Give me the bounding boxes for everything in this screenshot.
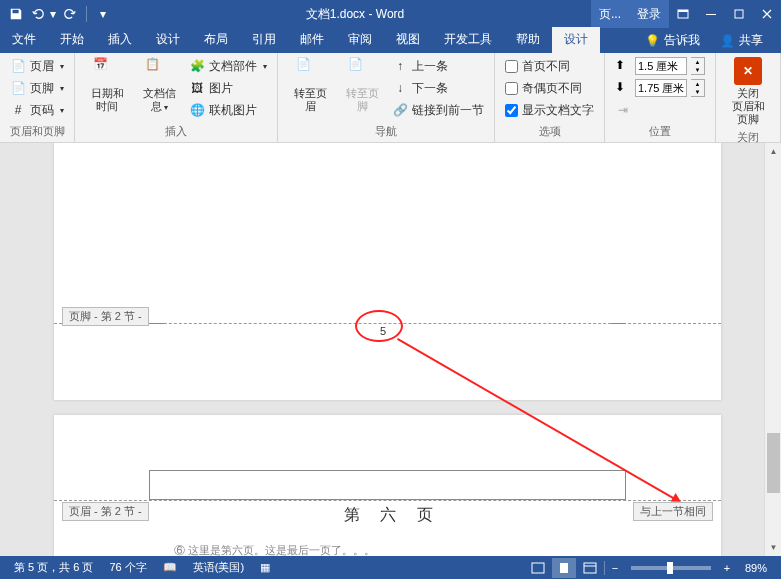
group-insert: 📅日期和时间 📋文档信息▾ 🧩文档部件▾ 🖼图片 🌐联机图片 插入	[75, 53, 278, 142]
view-web[interactable]	[578, 558, 602, 578]
spin-up[interactable]: ▲	[691, 80, 704, 88]
group-label: 导航	[284, 123, 488, 140]
lightbulb-icon: 💡	[645, 34, 660, 48]
qat-customize[interactable]: ▾	[93, 4, 113, 24]
tab-hf-design[interactable]: 设计	[552, 27, 600, 53]
zoom-handle[interactable]	[667, 562, 673, 574]
tab-review[interactable]: 审阅	[336, 27, 384, 53]
app-name: Word	[376, 7, 404, 21]
info-icon: 📋	[145, 57, 173, 85]
doc-info-button[interactable]: 📋文档信息▾	[133, 55, 185, 115]
ribbon-display-options[interactable]	[669, 0, 697, 28]
tab-design[interactable]: 设计	[144, 27, 192, 53]
next-button[interactable]: ↓下一条	[388, 77, 488, 99]
tab-home[interactable]: 开始	[48, 27, 96, 53]
status-macro[interactable]: ▦	[252, 561, 278, 574]
header-button[interactable]: 📄页眉▾	[6, 55, 68, 77]
diff-first-check[interactable]: 首页不同	[501, 55, 598, 77]
maximize-button[interactable]	[725, 0, 753, 28]
zoom-percent[interactable]: 89%	[737, 562, 775, 574]
online-pictures-button[interactable]: 🌐联机图片	[185, 99, 271, 121]
prev-icon: ↑	[392, 58, 408, 74]
quick-parts-button[interactable]: 🧩文档部件▾	[185, 55, 271, 77]
tab-developer[interactable]: 开发工具	[432, 27, 504, 53]
scroll-up[interactable]: ▲	[765, 143, 781, 160]
group-label: 选项	[501, 123, 598, 140]
footer-icon: 📄	[10, 80, 26, 96]
page-body-text: ⑥ 这里是第六页。这是最后一页了。。。	[174, 543, 375, 556]
footer-button[interactable]: 📄页脚▾	[6, 77, 68, 99]
ribbon-tab-indicator[interactable]: 页...	[591, 0, 629, 28]
status-lang[interactable]: 英语(美国)	[185, 560, 252, 575]
page-6: 页眉 - 第 2 节 - 与上一节相同 第 六 页 ⑥ 这里是第六页。这是最后一…	[54, 415, 721, 556]
svg-rect-6	[584, 563, 596, 573]
share-button[interactable]: 👤 共享	[712, 28, 771, 53]
spin-down[interactable]: ▼	[691, 88, 704, 96]
spin-down[interactable]: ▼	[691, 66, 704, 74]
close-button[interactable]	[753, 0, 781, 28]
page-title-text: 第 六 页	[344, 505, 441, 526]
document-area[interactable]: 页脚 - 第 2 节 - 5 页眉 - 第 2 节 - 与上一节相同 第 六 页…	[0, 143, 781, 556]
zoom-out[interactable]: −	[607, 562, 623, 574]
login-button[interactable]: 登录	[629, 0, 669, 28]
tab-help[interactable]: 帮助	[504, 27, 552, 53]
scroll-down[interactable]: ▼	[765, 539, 781, 556]
ribbon: 📄页眉▾ 📄页脚▾ #页码▾ 页眉和页脚 📅日期和时间 📋文档信息▾ 🧩文档部件…	[0, 53, 781, 143]
close-icon	[761, 8, 773, 20]
zoom-in[interactable]: +	[719, 562, 735, 574]
tab-file[interactable]: 文件	[0, 27, 48, 53]
ribbon-tabs: 文件 开始 插入 设计 布局 引用 邮件 审阅 视图 开发工具 帮助 设计 💡 …	[0, 28, 781, 53]
status-proofing[interactable]: 📖	[155, 561, 185, 574]
status-words[interactable]: 76 个字	[101, 560, 154, 575]
online-picture-icon: 🌐	[189, 102, 205, 118]
svg-rect-5	[560, 563, 568, 573]
redo-button[interactable]	[60, 4, 80, 24]
minimize-icon	[705, 8, 717, 20]
tab-mailings[interactable]: 邮件	[288, 27, 336, 53]
redo-icon	[63, 7, 77, 21]
svg-rect-3	[735, 10, 743, 18]
doc-name: 文档1.docx	[306, 7, 365, 21]
svg-rect-4	[532, 563, 544, 573]
footer-bottom-spinner[interactable]: ⬇▲▼	[611, 77, 709, 99]
header-top-spinner[interactable]: ⬆▲▼	[611, 55, 709, 77]
page-number-button[interactable]: #页码▾	[6, 99, 68, 121]
tell-me[interactable]: 💡 告诉我	[637, 28, 708, 53]
undo-dropdown[interactable]: ▾	[50, 7, 58, 21]
page-number-field[interactable]: 5	[380, 325, 386, 337]
tab-insert[interactable]: 插入	[96, 27, 144, 53]
scroll-thumb[interactable]	[767, 433, 780, 493]
group-options: 首页不同 奇偶页不同 显示文档文字 选项	[495, 53, 605, 142]
tab-layout[interactable]: 布局	[192, 27, 240, 53]
tab-view[interactable]: 视图	[384, 27, 432, 53]
window-title: 文档1.docx - Word	[119, 6, 591, 23]
spin-up[interactable]: ▲	[691, 58, 704, 66]
header-top-input[interactable]	[635, 57, 687, 75]
tab-references[interactable]: 引用	[240, 27, 288, 53]
close-hf-button[interactable]: ✕ 关闭页眉和页脚	[722, 55, 774, 129]
vertical-scrollbar[interactable]: ▲ ▼	[764, 143, 781, 556]
view-read[interactable]	[526, 558, 550, 578]
show-doc-text-check[interactable]: 显示文档文字	[501, 99, 598, 121]
previous-button[interactable]: ↑上一条	[388, 55, 488, 77]
minimize-button[interactable]	[697, 0, 725, 28]
zoom-slider[interactable]	[631, 566, 711, 570]
title-right: 页... 登录	[591, 0, 781, 28]
title-bar: ▾ ▾ 文档1.docx - Word 页... 登录	[0, 0, 781, 28]
group-label: 位置	[611, 123, 709, 140]
date-time-button[interactable]: 📅日期和时间	[81, 55, 133, 115]
save-button[interactable]	[6, 4, 26, 24]
status-page[interactable]: 第 5 页，共 6 页	[6, 560, 101, 575]
header-section-tag: 页眉 - 第 2 节 -	[62, 502, 149, 521]
footer-bottom-input[interactable]	[635, 79, 687, 97]
svg-rect-1	[678, 10, 688, 12]
goto-header-button[interactable]: 📄转至页眉	[284, 55, 336, 115]
view-print[interactable]	[552, 558, 576, 578]
page-5: 页脚 - 第 2 节 - 5	[54, 143, 721, 400]
link-previous-button[interactable]: 🔗链接到前一节	[388, 99, 488, 121]
pictures-button[interactable]: 🖼图片	[185, 77, 271, 99]
calendar-icon: 📅	[93, 57, 121, 85]
diff-odd-even-check[interactable]: 奇偶页不同	[501, 77, 598, 99]
svg-rect-2	[706, 14, 716, 15]
undo-button[interactable]	[28, 4, 48, 24]
